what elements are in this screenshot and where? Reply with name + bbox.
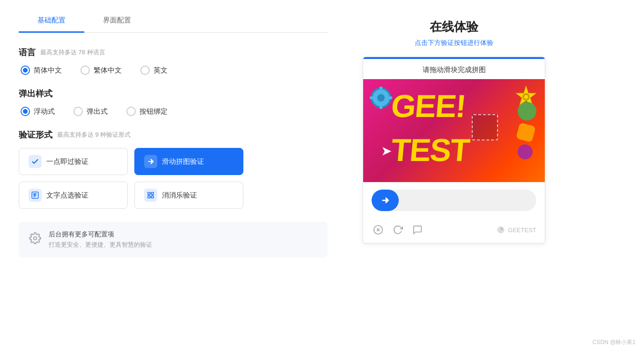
verify-btn-one-click[interactable]: 一点即过验证 [19, 148, 128, 175]
language-hint: 最高支持多达 78 种语言 [40, 48, 105, 57]
radio-english [140, 66, 150, 75]
check-icon-box [29, 155, 42, 168]
svg-rect-7 [370, 96, 373, 99]
verify-label-eliminate: 消消乐验证 [162, 191, 197, 200]
radio-simplified [21, 66, 30, 75]
geetest-brand: GEETEST [497, 226, 536, 234]
info-box-title: 后台拥有更多可配置项 [49, 230, 152, 239]
info-box: 后台拥有更多可配置项 打造更安全、更便捷、更具智慧的验证 [19, 222, 328, 257]
verify-btn-word-select[interactable]: 字 文字点选验证 [19, 182, 128, 209]
language-radio-group: 简体中文 繁体中文 英文 [19, 66, 328, 75]
svg-rect-6 [380, 105, 382, 109]
info-box-text: 后台拥有更多可配置项 打造更安全、更便捷、更具智慧的验证 [49, 230, 152, 249]
language-label-simplified: 简体中文 [34, 66, 62, 75]
language-label-english: 英文 [154, 66, 168, 75]
language-section: 语言 最高支持多达 78 种语言 简体中文 繁体中文 英文 [19, 47, 328, 75]
gee-text: GEE! [390, 88, 467, 124]
text-icon-box: 字 [29, 189, 42, 202]
gear-icon [29, 232, 41, 247]
right-panel: 在线体验 点击下方验证按钮进行体验 请拖动滑块完成拼图 GEE! TEST [356, 9, 552, 343]
puzzle-icon-box [144, 189, 157, 202]
svg-point-2 [34, 237, 37, 240]
tab-basic[interactable]: 基础配置 [19, 9, 84, 33]
left-panel: 基础配置 界面配置 语言 最高支持多达 78 种语言 简体中文 繁体中文 [19, 9, 328, 343]
verify-label-slider-puzzle: 滑动拼图验证 [162, 157, 204, 166]
captcha-footer-icons [372, 223, 424, 236]
slider-track[interactable] [372, 190, 536, 211]
captcha-footer: GEETEST [363, 219, 545, 243]
language-title: 语言 [19, 47, 36, 58]
info-box-subtitle: 打造更安全、更便捷、更具智慧的验证 [49, 241, 152, 249]
svg-text:字: 字 [33, 193, 37, 197]
popup-option-button[interactable]: 按钮绑定 [126, 107, 168, 116]
right-decorations [518, 102, 536, 160]
verify-btn-slider-puzzle[interactable]: 滑动拼图验证 [134, 148, 243, 175]
text-icon: 字 [31, 191, 39, 199]
online-title: 在线体验 [430, 19, 478, 35]
close-icon[interactable] [372, 223, 385, 236]
popup-title: 弹出样式 [19, 88, 52, 99]
arrow-decoration: ➤ [381, 143, 392, 159]
popup-option-float[interactable]: 浮动式 [21, 107, 55, 116]
popup-label-popup: 弹出式 [87, 107, 108, 116]
language-label-traditional: 繁体中文 [94, 66, 122, 75]
online-subtitle: 点击下方验证按钮进行体验 [415, 39, 493, 47]
verify-title: 验证形式 [19, 129, 52, 140]
svg-point-11 [524, 95, 528, 99]
help-icon[interactable] [411, 223, 424, 236]
watermark: CSDN @林小果1 [593, 338, 636, 346]
svg-rect-5 [380, 87, 382, 90]
svg-rect-8 [388, 96, 392, 99]
popup-radio-group: 浮动式 弹出式 按钮绑定 [19, 107, 328, 116]
tab-ui[interactable]: 界面配置 [84, 9, 150, 33]
verify-label-word-select: 文字点选验证 [46, 191, 88, 200]
verify-btn-eliminate[interactable]: 消消乐验证 [134, 182, 243, 209]
language-option-english[interactable]: 英文 [140, 66, 168, 75]
popup-label-float: 浮动式 [34, 107, 55, 116]
verify-section: 验证形式 最高支持多达 9 种验证形式 一点即过验证 [19, 129, 328, 209]
eliminate-icon [146, 191, 155, 199]
arrow-icon-box [144, 155, 157, 168]
geetest-logo-icon [497, 226, 505, 234]
verify-hint: 最高支持多达 9 种验证形式 [57, 131, 131, 139]
language-option-traditional[interactable]: 繁体中文 [80, 66, 122, 75]
geetest-brand-label: GEETEST [508, 227, 536, 234]
radio-traditional [80, 66, 90, 75]
captcha-slider-area [363, 182, 545, 219]
captcha-widget: 请拖动滑块完成拼图 GEE! TEST [363, 57, 545, 243]
language-option-simplified[interactable]: 简体中文 [21, 66, 62, 75]
slider-arrow-icon [380, 195, 390, 205]
popup-option-popup[interactable]: 弹出式 [73, 107, 108, 116]
arrow-right-icon [146, 157, 155, 166]
popup-label-button: 按钮绑定 [139, 107, 168, 116]
radio-popup [73, 107, 83, 116]
verify-grid: 一点即过验证 滑动拼图验证 [19, 148, 243, 209]
refresh-icon[interactable] [391, 223, 404, 236]
captcha-image-area: GEE! TEST [363, 79, 545, 182]
verify-label-one-click: 一点即过验证 [46, 157, 88, 166]
slider-handle[interactable] [372, 190, 399, 211]
svg-point-4 [377, 94, 385, 102]
check-icon [31, 157, 39, 166]
puzzle-target-area [472, 114, 498, 140]
radio-button-bind [126, 107, 136, 116]
test-text: TEST [390, 132, 471, 168]
popup-section: 弹出样式 浮动式 弹出式 按钮绑定 [19, 88, 328, 116]
captcha-header: 请拖动滑块完成拼图 [363, 59, 545, 79]
gear-decoration-left [369, 86, 393, 112]
radio-float [21, 107, 30, 116]
tabs: 基础配置 界面配置 [19, 9, 328, 33]
